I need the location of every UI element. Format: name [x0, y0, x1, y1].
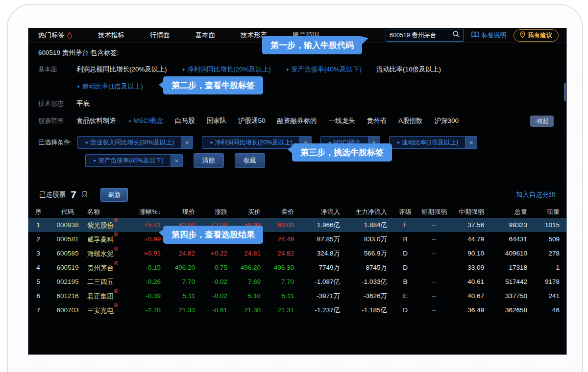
- stock-tag[interactable]: 净利润同比增长(20%及以上): [182, 65, 271, 74]
- location-pin-icon: [520, 31, 525, 40]
- cell-ask: 24.82: [267, 250, 300, 257]
- cell-net-inflow: 87.85万: [300, 235, 346, 244]
- table-row[interactable]: 7 600703 三安光电R -2.78 21.33 -0.61 21.30 2…: [28, 303, 566, 317]
- column-header[interactable]: 涨跌: [201, 208, 233, 216]
- cell-code: 000581: [48, 235, 87, 243]
- tooltip-arrow: [361, 36, 368, 45]
- stock-tag[interactable]: A股指数: [398, 116, 423, 125]
- stock-tag[interactable]: 沪股通50: [238, 116, 266, 125]
- add-to-group-link[interactable]: 加入自选分组: [516, 190, 556, 199]
- cell-price: 496.20: [167, 264, 201, 271]
- step1-tooltip: 第一步，输入牛股代码: [262, 36, 362, 54]
- stock-tag[interactable]: 贵州省: [367, 116, 387, 125]
- cell-ask: 21.31: [267, 306, 300, 314]
- stock-tag[interactable]: 利润总额同比增长(20%及以上): [76, 65, 167, 74]
- cell-current-volume: 1015: [533, 221, 567, 229]
- table-row[interactable]: 2 000581 威孚高科R +0.99 24.49 +0.24 24.48 2…: [28, 232, 566, 246]
- cell-main-inflow: 1.884亿: [346, 221, 393, 230]
- clear-button[interactable]: 清除: [194, 153, 224, 168]
- stock-tag[interactable]: 速动比率(1倍及以上): [76, 82, 143, 91]
- table-row[interactable]: 3 600585 海螺水泥R +0.91 24.82 +0.22 24.81 2…: [28, 246, 566, 260]
- collapse-button[interactable]: -收起: [530, 116, 554, 127]
- cell-short-strength: --: [417, 278, 451, 285]
- cell-code: 600519: [48, 264, 87, 271]
- cell-mid-strength: 40.61: [451, 278, 490, 285]
- cell-code: 601216: [48, 292, 87, 300]
- tooltip-arrow: [159, 81, 164, 89]
- column-header[interactable]: 中期强弱: [451, 208, 490, 216]
- nav-tab[interactable]: 技术指标: [98, 31, 124, 40]
- nav-tab[interactable]: 基本面: [196, 31, 216, 40]
- cell-index: 1: [28, 221, 48, 229]
- cell-price: 7.70: [167, 278, 201, 285]
- column-header[interactable]: 总量: [490, 208, 533, 216]
- table-row[interactable]: 1 000938 紫光股份R +5.41 60.00 +3.08 59.99 6…: [28, 218, 566, 232]
- column-header[interactable]: 涨幅%↓: [134, 208, 167, 216]
- scrollbar-thumb[interactable]: [564, 83, 566, 101]
- search-input[interactable]: 600519 贵州茅台: [390, 31, 436, 40]
- table-row[interactable]: 6 601216 君正集团R -0.39 5.11 -0.02 5.10 5.1…: [28, 289, 566, 303]
- section-label: 技术形态: [38, 99, 76, 108]
- r-flag: R: [114, 289, 118, 294]
- tag-help-button[interactable]: 标签说明: [471, 31, 506, 40]
- remove-chip-button[interactable]: ×: [465, 137, 477, 148]
- cell-change-pct: -0.26: [134, 278, 167, 285]
- column-header[interactable]: 卖价: [267, 208, 300, 216]
- stock-tag[interactable]: 白马股: [175, 116, 195, 125]
- column-header[interactable]: 现量: [533, 208, 567, 216]
- stock-tag[interactable]: 食品饮料制造: [76, 116, 116, 125]
- navbar-right: 600519 贵州茅台 标签说明 我有建议: [386, 29, 559, 42]
- cell-bid: 24.81: [233, 250, 267, 257]
- suggest-label: 我有建议: [528, 31, 552, 40]
- cell-name: 贵州茅台R: [87, 263, 134, 273]
- column-header[interactable]: 名称: [87, 208, 134, 216]
- table-row[interactable]: 4 600519 贵州茅台R -0.15 496.20 -0.75 496.20…: [28, 260, 566, 275]
- cell-volume: 64431: [490, 235, 533, 243]
- stock-tag[interactable]: 平底: [76, 99, 90, 108]
- stock-tag[interactable]: MSCI概念: [128, 116, 163, 125]
- column-header[interactable]: 主力净流入: [346, 208, 393, 216]
- tooltip-arrow: [159, 229, 164, 237]
- cell-mid-strength: 37.56: [451, 221, 490, 229]
- cell-ask: 496.30: [267, 264, 300, 271]
- stock-tag[interactable]: 沪深300: [434, 116, 459, 125]
- cell-current-volume: 1: [533, 264, 567, 271]
- stock-tag[interactable]: 国家队: [206, 116, 226, 125]
- table-row[interactable]: 5 002195 二三四五R -0.26 7.70 -0.02 7.69 7.7…: [28, 275, 566, 289]
- column-header[interactable]: 净流入: [300, 208, 346, 216]
- cell-code: 600703: [48, 306, 87, 314]
- remove-chip-button[interactable]: ×: [181, 137, 193, 148]
- tag-row-fundamentals: 基本面 利润总额同比增长(20%及以上) 净利润同比增长(20%及以上) 资产负…: [38, 65, 566, 74]
- nav-tab[interactable]: 行情面: [150, 31, 170, 40]
- cell-bid: 21.30: [233, 306, 267, 314]
- cell-short-strength: --: [417, 250, 451, 257]
- remove-chip-button[interactable]: ×: [171, 155, 182, 166]
- favorite-button[interactable]: 收藏: [235, 153, 265, 168]
- suggest-button[interactable]: 我有建议: [514, 29, 559, 42]
- flame-icon: [67, 32, 73, 39]
- search-box[interactable]: 600519 贵州茅台: [386, 29, 464, 42]
- column-header[interactable]: 代码: [48, 208, 87, 216]
- column-header[interactable]: 短期强弱: [417, 208, 451, 216]
- cell-bid: 7.69: [233, 278, 267, 285]
- stock-tag[interactable]: 融资融券标的: [277, 116, 317, 125]
- tag-row-scope: 股票范围 食品饮料制造 MSCI概念 白马股 国家队 沪股通50 融资融券标的: [38, 116, 566, 126]
- cell-name: 海螺水泥R: [87, 249, 134, 258]
- column-header[interactable]: 序: [28, 208, 48, 216]
- cell-volume: 99323: [490, 221, 533, 229]
- stock-tag[interactable]: 一线龙头: [328, 116, 355, 125]
- stock-tag[interactable]: 资产负债率(40%及以下): [286, 65, 362, 74]
- stock-tag[interactable]: 流动比率(10倍及以上): [376, 65, 441, 74]
- column-header[interactable]: 买价: [233, 208, 267, 216]
- cell-rating: B: [393, 278, 417, 285]
- nav-tab[interactable]: 热门标签: [38, 31, 73, 40]
- search-icon[interactable]: [452, 30, 460, 40]
- column-header[interactable]: 评级: [393, 208, 417, 216]
- column-header[interactable]: 现价: [167, 208, 201, 216]
- cell-index: 5: [28, 278, 48, 285]
- refresh-button[interactable]: 刷新: [100, 188, 128, 202]
- cell-net-inflow: -3971万: [300, 292, 346, 301]
- cell-price: 5.11: [167, 292, 201, 300]
- r-flag: R: [114, 246, 118, 252]
- results-table: 序 代码 名称 涨幅%↓ 现价 涨跌 买价 卖价 净流入: [28, 206, 566, 317]
